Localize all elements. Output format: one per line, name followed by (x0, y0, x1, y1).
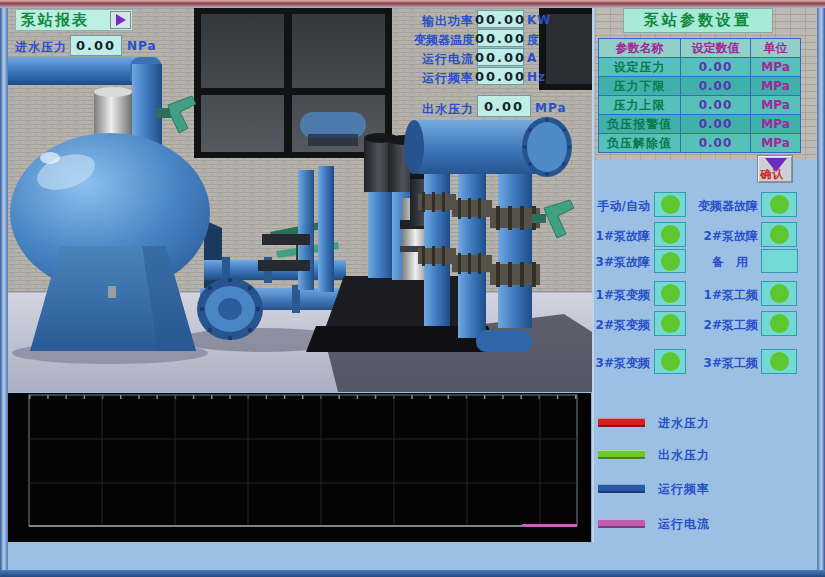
report-button-label: 泵站报表 (16, 11, 89, 30)
param-name: 压力下限 (599, 77, 681, 96)
settings-table: 参数名称 设定数值 单位 设定压力 0.00 MPa 压力下限 0.00 MPa… (598, 38, 801, 153)
lamp-on-icon (661, 252, 680, 271)
param-name: 压力上限 (599, 96, 681, 115)
output-power-unit: KW (527, 13, 552, 27)
legend-swatch-current (598, 519, 645, 528)
indicator-lamp-pump2-grid (761, 311, 797, 336)
lamp-on-icon (661, 195, 680, 214)
indicator-label-spare: 备 用 (682, 254, 748, 271)
table-row: 设定压力 0.00 MPa (599, 58, 801, 77)
table-row: 压力下限 0.00 MPa (599, 77, 801, 96)
running-current-value: 00.00 (477, 48, 524, 66)
indicator-label-pump2-fault: 2#泵故障 (682, 228, 758, 245)
legend-label-outlet: 出水压力 (658, 447, 710, 464)
indicator-label-pump3-fault: 3#泵故障 (578, 254, 650, 271)
outlet-pressure-unit: MPa (535, 101, 567, 115)
param-name: 负压报警值 (599, 115, 681, 134)
hmi-root: 泵站报表 进水压力 0.00 NPa 输出功率 00.00 KW 变频器温度 0… (0, 0, 825, 577)
running-current-unit: A (527, 51, 537, 65)
indicator-label-inverter-fault: 变频器故障 (682, 198, 758, 215)
running-frequency-value: 00.00 (477, 67, 524, 85)
legend-swatch-frequency (598, 484, 645, 493)
window (194, 8, 392, 158)
indicator-label-pump2-vfd: 2#泵变频 (578, 317, 650, 334)
inlet-pressure-value: 0.00 (70, 35, 122, 56)
bottom-strip (8, 542, 591, 570)
indicator-label-pump1-fault: 1#泵故障 (578, 228, 650, 245)
header-set-value: 设定数值 (681, 39, 751, 58)
settings-panel-title: 泵站参数设置 (623, 8, 773, 33)
running-current-label: 运行电流 (402, 51, 474, 68)
legend-swatch-outlet (598, 450, 645, 459)
legend-label-frequency: 运行频率 (658, 481, 710, 498)
table-row: 压力上限 0.00 MPa (599, 96, 801, 115)
inverter-temp-value: 00.00 (477, 29, 524, 47)
indicator-label-pump1-vfd: 1#泵变频 (578, 287, 650, 304)
lamp-on-icon (770, 195, 789, 214)
param-unit: MPa (751, 134, 801, 153)
confirm-button-label: 确认 (760, 167, 784, 182)
lamp-on-icon (770, 352, 789, 371)
param-value-field[interactable]: 0.00 (681, 115, 751, 134)
param-unit: MPa (751, 58, 801, 77)
outlet-pressure-label: 出水压力 (402, 101, 474, 118)
param-value-field[interactable]: 0.00 (681, 58, 751, 77)
indicator-label-pump3-grid: 3#泵工频 (682, 355, 758, 372)
confirm-button[interactable]: 确认 (757, 155, 793, 183)
trend-chart (8, 393, 591, 542)
lamp-on-icon (661, 352, 680, 371)
param-value-field[interactable]: 0.00 (681, 96, 751, 115)
settings-table-header: 参数名称 设定数值 单位 (599, 39, 801, 58)
indicator-label-pump1-grid: 1#泵工频 (682, 287, 758, 304)
header-unit: 单位 (751, 39, 801, 58)
inverter-temp-label: 变频器温度 (398, 32, 474, 49)
frame-top (0, 0, 825, 8)
table-row: 负压解除值 0.00 MPa (599, 134, 801, 153)
lamp-on-icon (770, 225, 789, 244)
param-unit: MPa (751, 77, 801, 96)
inverter-temp-unit: 度 (527, 32, 540, 49)
flange-disc (197, 278, 263, 340)
indicator-label-pump2-grid: 2#泵工频 (682, 317, 758, 334)
legend-swatch-inlet (598, 418, 645, 427)
indicator-label-pump3-vfd: 3#泵变频 (578, 355, 650, 372)
indicator-lamp-pump3-grid (761, 349, 797, 374)
frame-left (0, 8, 8, 570)
running-frequency-label: 运行频率 (402, 70, 474, 87)
indicator-lamp-spare (761, 249, 798, 273)
lamp-on-icon (661, 225, 680, 244)
report-button[interactable]: 泵站报表 (15, 9, 133, 31)
legend-label-current: 运行电流 (658, 516, 710, 533)
param-unit: MPa (751, 96, 801, 115)
lamp-on-icon (661, 284, 680, 303)
play-icon[interactable] (110, 11, 131, 29)
running-frequency-unit: Hz (527, 70, 546, 84)
table-row: 负压报警值 0.00 MPa (599, 115, 801, 134)
indicator-lamp-pump2-fault (761, 222, 797, 247)
legend-label-inlet: 进水压力 (658, 415, 710, 432)
lamp-on-icon (770, 284, 789, 303)
indicator-lamp-pump1-grid (761, 281, 797, 306)
param-name: 负压解除值 (599, 134, 681, 153)
inlet-pressure-unit: NPa (127, 39, 157, 53)
lamp-on-icon (661, 314, 680, 333)
header-param-name: 参数名称 (599, 39, 681, 58)
param-value-field[interactable]: 0.00 (681, 134, 751, 153)
lamp-on-icon (770, 314, 789, 333)
outlet-pressure-value: 0.00 (477, 95, 531, 117)
frame-bottom (0, 570, 825, 577)
indicator-lamp-inverter-fault (761, 192, 797, 217)
param-value-field[interactable]: 0.00 (681, 77, 751, 96)
frame-right (817, 8, 825, 570)
inlet-pressure-label: 进水压力 (15, 39, 67, 56)
trend-chart-grid (8, 393, 591, 542)
output-power-value: 00.00 (477, 10, 524, 28)
param-unit: MPa (751, 115, 801, 134)
param-name: 设定压力 (599, 58, 681, 77)
output-power-label: 输出功率 (402, 13, 474, 30)
indicator-label-manual-auto: 手动/自动 (578, 198, 650, 215)
